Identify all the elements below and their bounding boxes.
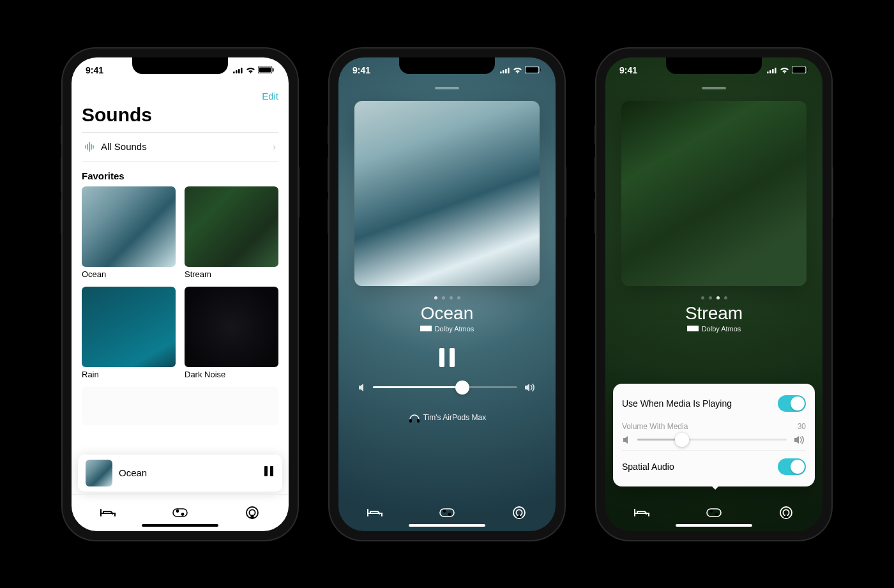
now-playing-art[interactable]: [354, 101, 540, 286]
volume-media-value: 30: [798, 422, 806, 431]
tile-rain[interactable]: Rain: [82, 287, 176, 379]
tab-sleep[interactable]: [338, 494, 411, 531]
wifi-icon: [780, 66, 789, 73]
status-time: 9:41: [619, 65, 637, 75]
edit-button[interactable]: Edit: [82, 91, 278, 102]
tile-art: [82, 186, 176, 267]
sound-wave-icon: [84, 140, 95, 153]
tile-label: Dark Noise: [185, 370, 278, 379]
volume-slider[interactable]: [338, 382, 556, 393]
volume-media-label: Volume With Media: [622, 422, 688, 431]
now-playing-title: Ocean: [119, 467, 257, 478]
pause-button[interactable]: [263, 465, 275, 481]
tile-label: Ocean: [82, 269, 176, 279]
drag-indicator[interactable]: [435, 87, 459, 89]
wifi-icon: [513, 66, 522, 73]
volume-media-slider[interactable]: [622, 435, 806, 445]
pause-button[interactable]: [338, 347, 556, 371]
svg-rect-17: [439, 348, 444, 367]
spatial-audio-label: Spatial Audio: [622, 462, 674, 472]
use-media-toggle[interactable]: [778, 395, 806, 412]
now-playing-art: [86, 460, 112, 486]
signal-icon: [767, 66, 777, 73]
home-indicator[interactable]: [142, 524, 218, 527]
tile-stream[interactable]: Stream: [185, 186, 278, 279]
battery-icon: [792, 66, 808, 73]
spatial-audio-toggle[interactable]: [778, 458, 806, 475]
tile-art: [185, 186, 278, 267]
volume-high-icon: [524, 382, 536, 393]
tab-airplay[interactable]: [216, 495, 289, 531]
volume-low-icon: [358, 382, 367, 393]
status-time: 9:41: [86, 65, 103, 75]
status-time: 9:41: [352, 65, 370, 75]
track-title: Stream: [605, 303, 822, 324]
home-indicator[interactable]: [676, 524, 752, 527]
now-playing-bar[interactable]: Ocean: [78, 455, 282, 492]
battery-icon: [258, 66, 275, 73]
tile-label: Rain: [82, 370, 176, 379]
tab-airplay[interactable]: [750, 494, 822, 531]
tab-sleep[interactable]: [72, 495, 144, 531]
volume-high-icon: [793, 435, 806, 445]
page-dots[interactable]: [338, 296, 556, 299]
tile-art: [82, 287, 176, 367]
page-title: Sounds: [82, 104, 278, 126]
use-media-label: Use When Media Is Playing: [622, 398, 732, 409]
all-sounds-label: All Sounds: [101, 141, 147, 152]
svg-rect-15: [264, 466, 268, 476]
home-indicator[interactable]: [409, 524, 485, 527]
chevron-right-icon: ›: [273, 141, 276, 152]
now-playing-art[interactable]: [621, 101, 807, 286]
audio-route[interactable]: Tim's AirPods Max: [338, 412, 556, 423]
all-sounds-row[interactable]: All Sounds ›: [82, 132, 278, 162]
drag-indicator[interactable]: [702, 87, 726, 89]
battery-icon: [525, 66, 542, 73]
tile-dark-noise[interactable]: Dark Noise: [185, 287, 278, 379]
phone-now-playing: 9:41 Ocean Dolby Atmos: [330, 49, 564, 540]
svg-rect-16: [270, 466, 273, 476]
tab-sleep[interactable]: [605, 494, 678, 531]
route-label: Tim's AirPods Max: [423, 413, 487, 422]
page-dots[interactable]: [605, 296, 822, 299]
svg-rect-18: [450, 348, 455, 367]
favorites-header: Favorites: [82, 170, 278, 181]
settings-popover: Use When Media Is Playing Volume With Me…: [613, 384, 815, 486]
phone-settings: 9:41 Stream Dolby Atmos Use When Media I…: [596, 49, 831, 540]
signal-icon: [500, 66, 510, 73]
tile-label: Stream: [185, 269, 278, 279]
signal-icon: [233, 66, 243, 73]
volume-low-icon: [622, 435, 631, 445]
phone-list: 9:41 Edit Sounds All Sounds › Favorites: [63, 49, 298, 540]
wifi-icon: [246, 66, 255, 73]
dolby-atmos-badge: Dolby Atmos: [338, 325, 556, 333]
tile-ocean[interactable]: Ocean: [82, 186, 176, 279]
track-title: Ocean: [338, 303, 556, 324]
dolby-atmos-badge: Dolby Atmos: [605, 325, 822, 333]
tile-art: [185, 287, 278, 367]
ghost-tile: [82, 387, 278, 425]
tab-airplay[interactable]: [483, 494, 556, 531]
